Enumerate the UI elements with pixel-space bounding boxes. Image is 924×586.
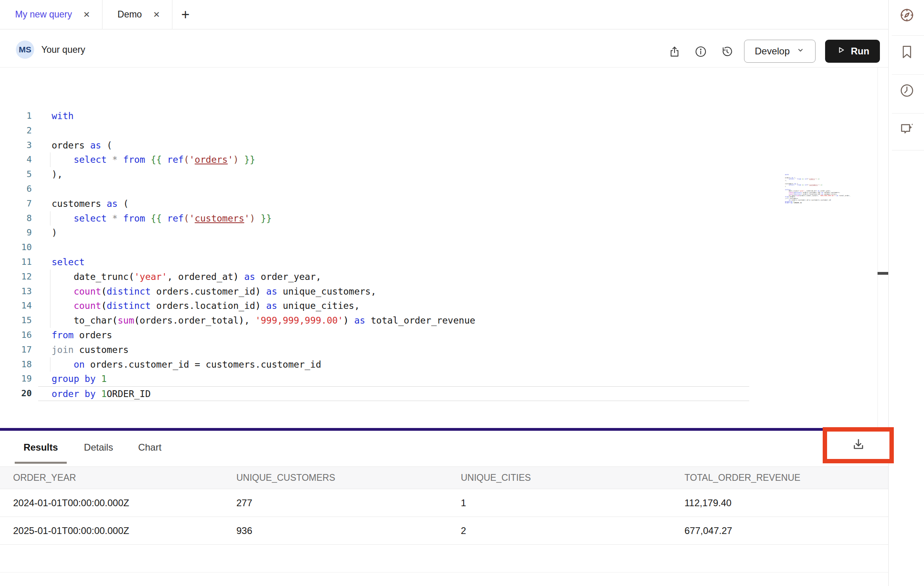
column-header[interactable]: TOTAL_ORDER_REVENUE xyxy=(671,472,889,483)
line-number: 5 xyxy=(0,167,38,182)
share-button[interactable] xyxy=(667,45,682,60)
line-number: 20 xyxy=(0,386,38,401)
code-line-content: select xyxy=(38,255,878,270)
panel-resize-divider[interactable] xyxy=(0,428,889,431)
code-line-content: orders as ( xyxy=(38,138,878,153)
line-number: 1 xyxy=(0,109,38,123)
scrollbar-handle[interactable] xyxy=(878,272,889,275)
bookmark-icon xyxy=(899,44,915,62)
code-line-content xyxy=(38,123,878,138)
sql-ide-window: My new query ✕ Demo ✕ + MS Your query xyxy=(0,0,924,586)
column-header[interactable]: UNIQUE_CUSTOMERS xyxy=(223,472,448,483)
code-line-content: select * from {{ ref('customers') }} xyxy=(38,211,878,226)
table-row[interactable]: 2025-01-01T00:00:00.000Z9362677,047.27 xyxy=(0,517,889,545)
code-line-content: count(distinct orders.location_id) as un… xyxy=(38,299,878,313)
code-line-17[interactable]: 17join customers xyxy=(0,343,878,357)
sidebar-divider xyxy=(892,74,924,75)
code-line-18[interactable]: 18 on orders.customer_id = customers.cus… xyxy=(0,357,878,372)
results-table-header: ORDER_YEARUNIQUE_CUSTOMERSUNIQUE_CITIEST… xyxy=(0,466,889,489)
line-number: 7 xyxy=(0,197,38,211)
table-cell: 277 xyxy=(223,497,448,509)
minimap-code: withorders as ( select * from {{ ref('or… xyxy=(785,174,849,204)
table-cell: 2 xyxy=(448,525,671,536)
download-button[interactable] xyxy=(851,437,866,454)
code-line-10[interactable]: 10 xyxy=(0,240,878,255)
code-line-13[interactable]: 13 count(distinct orders.customer_id) as… xyxy=(0,284,878,299)
close-icon[interactable]: ✕ xyxy=(83,10,90,19)
sidebar-divider xyxy=(892,113,924,114)
tab-details[interactable]: Details xyxy=(73,431,124,464)
right-sidebar xyxy=(889,0,924,586)
code-line-20[interactable]: 20order by 1ORDER_ID xyxy=(0,386,878,401)
table-cell: 2024-01-01T00:00:00.000Z xyxy=(0,497,223,509)
code-line-12[interactable]: 12 date_trunc('year', ordered_at) as ord… xyxy=(0,270,878,284)
explore-button[interactable] xyxy=(899,8,915,24)
code-line-content: select * from {{ ref('orders') }} xyxy=(38,152,878,167)
line-number: 2 xyxy=(0,123,38,138)
play-icon xyxy=(836,45,846,58)
page-title: Your query xyxy=(41,44,85,55)
code-line-content: on orders.customer_id = customers.custom… xyxy=(38,357,878,372)
develop-dropdown[interactable]: Develop xyxy=(744,40,816,63)
code-line-7[interactable]: 7customers as ( xyxy=(0,197,878,211)
minimap[interactable]: withorders as ( select * from {{ ref('or… xyxy=(785,174,851,210)
code-line-content: with xyxy=(38,109,878,123)
line-number: 12 xyxy=(0,270,38,284)
code-line-content: to_char(sum(orders.order_total), '999,99… xyxy=(38,313,878,328)
table-row[interactable]: 2024-01-01T00:00:00.000Z2771112,179.40 xyxy=(0,489,889,517)
info-icon xyxy=(694,45,707,60)
code-line-content: ), xyxy=(38,167,878,182)
run-label: Run xyxy=(851,46,870,57)
code-line-4[interactable]: 4 select * from {{ ref('orders') }} xyxy=(0,152,878,167)
ai-assistant-button[interactable] xyxy=(899,121,915,137)
code-line-8[interactable]: 8 select * from {{ ref('customers') }} xyxy=(0,211,878,226)
editor-right-border xyxy=(878,67,878,428)
query-tab-bar: My new query ✕ Demo ✕ + xyxy=(0,0,889,29)
tab-demo[interactable]: Demo ✕ xyxy=(102,0,172,29)
table-cell: 1 xyxy=(448,497,671,509)
line-number: 3 xyxy=(0,138,38,153)
code-line-1[interactable]: 1with xyxy=(0,109,878,123)
chevron-down-icon xyxy=(796,46,805,57)
table-cell: 936 xyxy=(223,525,448,536)
code-line-9[interactable]: 9) xyxy=(0,226,878,240)
recent-button[interactable] xyxy=(899,83,915,99)
bookmarks-button[interactable] xyxy=(899,45,915,61)
code-line-content xyxy=(38,240,878,255)
info-button[interactable] xyxy=(694,45,708,60)
code-line-14[interactable]: 14 count(distinct orders.location_id) as… xyxy=(0,299,878,313)
sidebar-divider xyxy=(892,150,924,150)
table-empty-row xyxy=(0,545,889,573)
line-number: 6 xyxy=(0,182,38,197)
code-line-content: join customers xyxy=(38,343,878,357)
code-line-2[interactable]: 2 xyxy=(0,123,878,138)
compass-icon xyxy=(899,7,915,25)
tab-results[interactable]: Results xyxy=(15,431,67,464)
line-number: 18 xyxy=(0,357,38,372)
line-number: 17 xyxy=(0,343,38,357)
column-header[interactable]: UNIQUE_CITIES xyxy=(448,472,671,483)
column-header[interactable]: ORDER_YEAR xyxy=(0,472,223,483)
tab-my-new-query[interactable]: My new query ✕ xyxy=(0,0,102,29)
code-line-16[interactable]: 16from orders xyxy=(0,328,878,343)
code-line-11[interactable]: 11select xyxy=(0,255,878,270)
tab-chart[interactable]: Chart xyxy=(129,431,170,464)
code-lines: 1with23orders as (4 select * from {{ ref… xyxy=(0,109,878,401)
close-icon[interactable]: ✕ xyxy=(153,10,160,19)
code-line-3[interactable]: 3orders as ( xyxy=(0,138,878,153)
code-line-19[interactable]: 19group by 1 xyxy=(0,372,878,386)
history-button[interactable] xyxy=(720,45,734,60)
line-number: 15 xyxy=(0,313,38,328)
sidebar-divider xyxy=(892,35,924,36)
sql-code-editor[interactable]: 1with23orders as (4 select * from {{ ref… xyxy=(0,67,878,428)
new-tab-button[interactable]: + xyxy=(172,0,199,29)
code-line-5[interactable]: 5), xyxy=(0,167,878,182)
code-line-6[interactable]: 6 xyxy=(0,182,878,197)
run-button[interactable]: Run xyxy=(825,40,880,63)
code-line-15[interactable]: 15 to_char(sum(orders.order_total), '999… xyxy=(0,313,878,328)
line-number: 8 xyxy=(0,211,38,226)
code-line-content: from orders xyxy=(38,328,878,343)
share-icon xyxy=(668,45,681,60)
code-line-content: order by 1ORDER_ID xyxy=(38,386,749,401)
download-highlight-annotation xyxy=(823,427,894,463)
